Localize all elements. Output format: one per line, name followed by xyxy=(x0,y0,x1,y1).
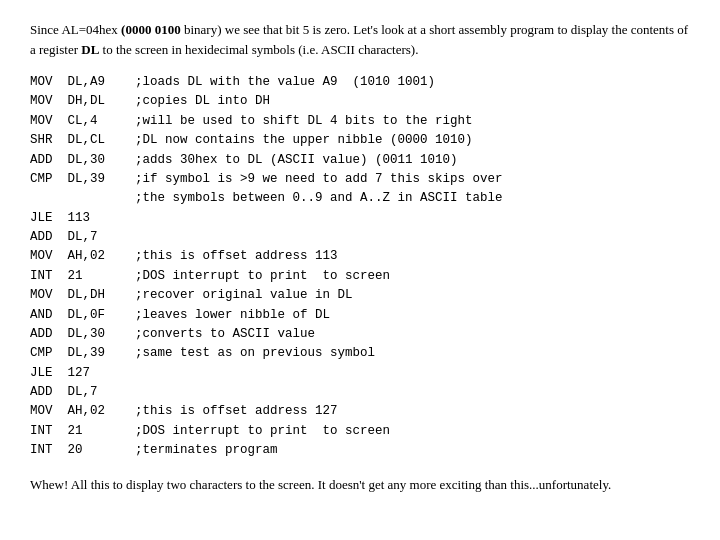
intro-paragraph: Since AL=04hex (0000 0100 binary) we see… xyxy=(30,20,690,59)
footer-paragraph: Whew! All this to display two characters… xyxy=(30,475,690,495)
code-block: MOV DL,A9 ;loads DL with the value A9 (1… xyxy=(30,73,690,461)
code-line-1: MOV DL,A9 ;loads DL with the value A9 (1… xyxy=(30,75,503,457)
